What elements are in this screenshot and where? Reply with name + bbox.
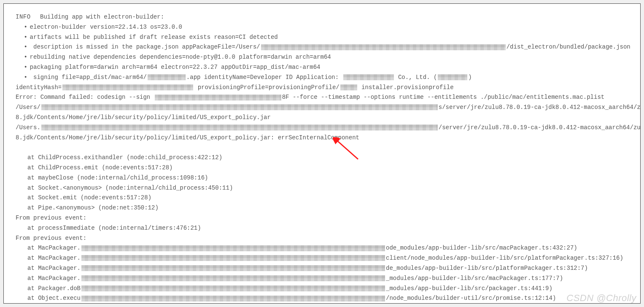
prev-event-label: From previous event: bbox=[16, 213, 628, 223]
redacted-path bbox=[81, 255, 385, 261]
stack-line: at ChildProcess.emit (node:events:517:28… bbox=[16, 163, 628, 173]
stack-line: at MacPackager.client/node_modules/app-b… bbox=[16, 253, 628, 264]
stack-line: at Socket.emit (node:events:517:28) bbox=[16, 193, 628, 203]
bullet-line: description is missed in the package.jso… bbox=[16, 42, 628, 52]
info-line: INFO Building app with electron-builder: bbox=[16, 12, 628, 22]
identity-hash-line: identityHash= provisioningProfile=provis… bbox=[16, 83, 628, 93]
redacted-hash bbox=[62, 84, 193, 90]
stack-line: at Pipe.<anonymous> (node:net:350:12) bbox=[16, 203, 628, 213]
stack-line: at MacPackager.de_modules/app-builder-li… bbox=[16, 264, 628, 274]
redacted-profilename bbox=[340, 84, 357, 90]
info-label: INFO bbox=[16, 14, 31, 20]
stack-line: at ChildProcess.exithandler (node:child_… bbox=[16, 153, 628, 163]
blank-line bbox=[16, 143, 628, 153]
redacted-teamid bbox=[438, 74, 467, 80]
redacted-path bbox=[81, 285, 385, 291]
redacted-signid bbox=[155, 95, 281, 101]
bullet-line: rebuilding native dependencies dependenc… bbox=[16, 52, 628, 62]
redacted-path bbox=[81, 296, 385, 302]
bullet-line: electron-builder version=22.14.13 os=23.… bbox=[16, 22, 628, 33]
stack-line: at processImmediate (node:internal/timer… bbox=[16, 223, 628, 234]
redacted-path bbox=[81, 275, 385, 281]
stack-line: at Socket.<anonymous> (node:internal/chi… bbox=[16, 183, 628, 193]
stack-line: at MacPackager._modules/app-builder-lib/… bbox=[16, 274, 628, 284]
stack-line: at maybeClose (node:internal/child_proce… bbox=[16, 173, 628, 183]
path-line: /Users./server/jre/zulu8.78.0.19-ca-jdk8… bbox=[16, 123, 628, 133]
bullet-line: artifacts will be published if draft rel… bbox=[16, 33, 628, 43]
bullet-line: packaging platform=darwin arch=arm64 ele… bbox=[16, 62, 628, 73]
prev-event-label: From previous event: bbox=[16, 234, 628, 244]
redacted-path bbox=[41, 104, 438, 110]
stack-line: at Object.execu/node_modules/builder-uti… bbox=[16, 293, 628, 304]
bullet-line: signing file=app_dist/mac-arm64/.app ide… bbox=[16, 73, 628, 83]
redacted-path bbox=[261, 44, 506, 50]
error-line: Error: Command failed: codesign --sign 8… bbox=[16, 92, 628, 103]
terminal-output[interactable]: INFO Building app with electron-builder:… bbox=[3, 3, 641, 304]
path-error-line: 8.jdk/Contents/Home/jre/lib/security/pol… bbox=[16, 133, 628, 143]
stack-line: at MacPackager.ode_modules/app-builder-l… bbox=[16, 243, 628, 253]
redacted-appname bbox=[148, 74, 186, 80]
stack-line: at Packager.doB_modules/app-builder-lib/… bbox=[16, 284, 628, 294]
info-text: Building app with electron-builder: bbox=[40, 14, 164, 20]
redacted-path bbox=[81, 245, 385, 251]
redacted-company bbox=[343, 74, 394, 80]
path-line-cont: 8.jdk/Contents/Home/jre/lib/security/pol… bbox=[16, 113, 628, 123]
redacted-path bbox=[81, 265, 385, 271]
redacted-path bbox=[41, 125, 438, 130]
path-line: /Users/s/server/jre/zulu8.78.0.19-ca-jdk… bbox=[16, 103, 628, 113]
